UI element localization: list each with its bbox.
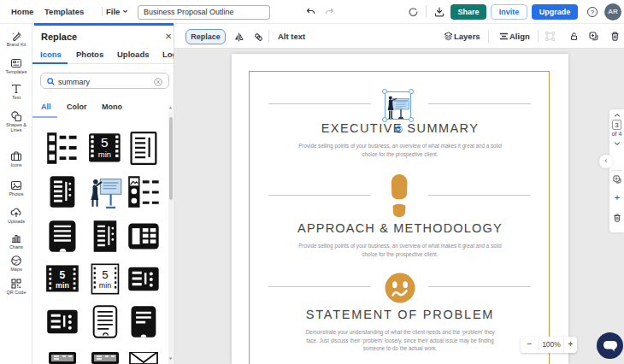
svg-text:5: 5	[60, 269, 66, 281]
svg-text:min: min	[98, 150, 111, 159]
svg-text:min: min	[99, 281, 111, 290]
svg-text:min: min	[56, 281, 69, 290]
svg-text:5: 5	[101, 135, 109, 150]
svg-text:5: 5	[102, 268, 108, 281]
